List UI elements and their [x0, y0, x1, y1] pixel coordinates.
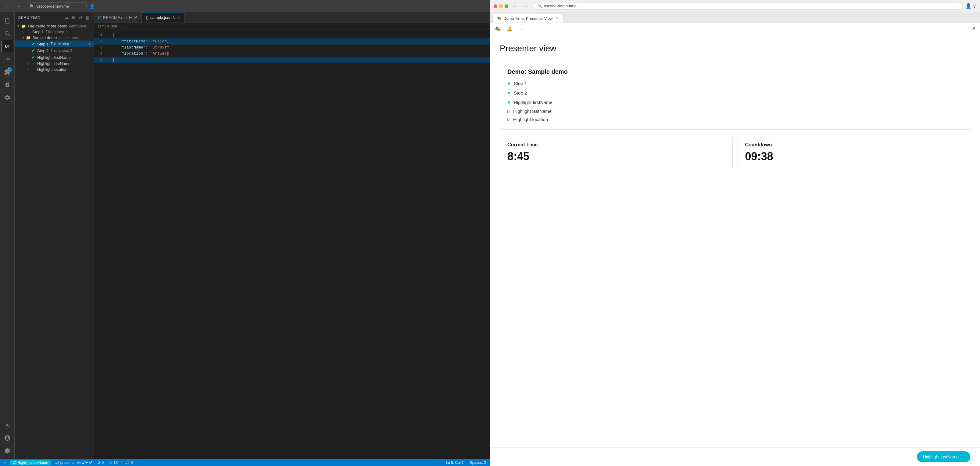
sidebar-icon-monitor[interactable]: 🖥 [71, 14, 76, 21]
activity-demo-time[interactable]: DT [1, 40, 13, 52]
tree-item-step1[interactable]: ✔ Step 1 This is step 1 ↓ 👁 [14, 41, 94, 47]
tab-sample[interactable]: {} sample.json U × [142, 12, 185, 22]
tree-label: The demo of the demo [27, 24, 67, 29]
back-button[interactable]: ← [4, 3, 12, 10]
mute-icon-button[interactable]: 🔔 [505, 25, 514, 33]
window-maximize-dot[interactable] [504, 4, 508, 8]
tree-label: Step 1 [37, 42, 49, 46]
tree-item-step1-root[interactable]: ▷ Step 1 This is step 1 [14, 29, 94, 35]
status-position[interactable]: Ln 5, Col 1 [445, 461, 465, 465]
browser-back-button[interactable]: ← [511, 3, 519, 10]
code-line-3: 3 "lastName": "Struyf", [94, 45, 490, 51]
status-bar: × 🏷 Highlight lastName ⎇ presenter-view*… [0, 459, 490, 466]
activity-settings[interactable] [1, 92, 13, 104]
presenter-title: Presenter view [500, 44, 970, 53]
tree-item-highlight-lastname[interactable]: ▷ Highlight lastName [14, 61, 94, 67]
tree-meta: demo.json [69, 24, 86, 29]
step-label: Highlight location [513, 117, 548, 122]
status-bar-right: Ln 5, Col 1 Spaces: 2 [445, 461, 487, 465]
next-step-button[interactable]: Highlight lastName → [917, 452, 970, 462]
presenter-content: Presenter view Demo: Sample demo ● Step … [490, 35, 980, 447]
next-icon-button[interactable]: → [517, 25, 524, 33]
browser-search-bar[interactable]: 🔍 vscode-demo-time [533, 2, 963, 10]
preview-button[interactable]: 👁 [87, 41, 92, 46]
tree-item-highlight-firstname[interactable]: ✔ Highlight firstName [14, 54, 94, 61]
activity-fm[interactable]: FM [1, 53, 13, 65]
branch-label: presenter-view*+ [60, 461, 88, 465]
window-close-dot[interactable] [494, 4, 497, 8]
activity-font[interactable]: A [1, 419, 13, 431]
tree-item-highlight-location[interactable]: ▷ Highlight location [14, 67, 94, 72]
tree-label: Highlight location [37, 67, 67, 72]
line-content: "location": "Antwerp" [106, 51, 490, 57]
presenter-icon-button[interactable]: 🎭 [494, 25, 502, 33]
activity-account[interactable] [1, 432, 13, 444]
tree-meta: This is step 1 [51, 42, 72, 46]
folder-icon: 📁 [21, 24, 26, 29]
breadcrumb-node: ... [121, 24, 124, 29]
step-list: ● Step 1 ● Step 2 ● Highlight firstName … [508, 80, 963, 122]
editor-tabs: M README.md 9+ M {} sample.json U × [94, 12, 490, 23]
browser-secondary-toolbar: 🎭 🔔 → ↺ [490, 23, 980, 35]
code-line-2: 2 "firstName": "Elio", [94, 38, 490, 45]
tree-item-demo-root[interactable]: ▼ 📁 The demo of the demo demo.json [14, 23, 94, 29]
browser-tab-presenter[interactable]: 🎭 Demo Time: Presenter View × [492, 14, 563, 22]
tab-icon-json: {} [146, 16, 148, 20]
highlight-badge[interactable]: 🏷 Highlight lastName [10, 460, 51, 465]
activity-bar: DT FM A [0, 12, 14, 459]
status-branch[interactable]: ⎇ presenter-view*+ ↺ [54, 461, 93, 465]
tree-item-sample-demo[interactable]: ▼ 📁 Sample demo sample.json [14, 35, 94, 41]
check-icon: ✔ [30, 55, 36, 60]
move-down-button[interactable]: ↓ [82, 41, 86, 46]
countdown-value: 09:38 [745, 150, 963, 163]
check-icon: ✔ [30, 48, 36, 53]
close-icon[interactable]: × [177, 15, 180, 20]
line-number: 1 [94, 32, 106, 38]
sidebar-icon-refresh[interactable]: ↺ [78, 14, 83, 21]
activity-search[interactable] [1, 27, 13, 40]
code-line-4: 4 "location": "Antwerp" [94, 51, 490, 57]
vscode-account-button[interactable]: 👤 [89, 3, 95, 9]
status-info[interactable]: 🔊 0 [124, 461, 134, 465]
sidebar-icon-layout[interactable]: ⇄ [64, 14, 69, 21]
vscode-search-bar[interactable]: 🔍 vscode-demo-time [25, 2, 87, 10]
code-line-5: 5 } [94, 57, 490, 63]
tree-label: Highlight lastName [37, 61, 70, 66]
browser-account-button[interactable]: 👤 ∨ [966, 3, 976, 9]
tree-item-step2[interactable]: ✔ Step 2 This is step 2 [14, 47, 94, 54]
highlight-icon: 🏷 [13, 461, 16, 465]
sidebar-title: DEMO TIME [18, 16, 40, 19]
sidebar-icon-more[interactable]: ▦ [85, 14, 90, 21]
list-item-highlight-location: ▷ Highlight location [508, 117, 963, 122]
branch-icon: ⎇ [55, 461, 59, 465]
activity-extensions[interactable] [1, 66, 13, 78]
tab-close-icon[interactable]: × [556, 16, 558, 21]
browser-forward-button[interactable]: → [522, 3, 530, 10]
status-warnings[interactable]: ⚠ 134 [108, 461, 121, 465]
list-item-highlight-firstname: ● Highlight firstName [508, 99, 963, 105]
browser-refresh-button[interactable]: ↺ [970, 25, 976, 33]
activity-explorer[interactable] [1, 14, 13, 27]
status-close[interactable]: × [2, 461, 7, 465]
tab-favicon-icon: 🎭 [497, 16, 501, 21]
breadcrumb-file: sample.json [97, 24, 117, 29]
folder-icon: 📁 [25, 35, 31, 40]
code-editor[interactable]: 1 { 2 "firstName": "Elio", 3 "lastName":… [94, 30, 490, 459]
forward-button[interactable]: → [14, 3, 23, 10]
step-label: Highlight lastName [513, 108, 552, 114]
window-minimize-dot[interactable] [499, 4, 503, 8]
status-spaces[interactable]: Spaces: 2 [469, 461, 487, 465]
demo-card: Demo: Sample demo ● Step 1 ● Step 2 ● Hi… [500, 61, 970, 130]
status-bar-left: × 🏷 Highlight lastName ⎇ presenter-view*… [2, 460, 134, 465]
line-number: 3 [94, 45, 106, 51]
tab-readme[interactable]: M README.md 9+ M [94, 12, 142, 22]
play-icon: ▷ [508, 118, 510, 122]
activity-manage[interactable] [1, 445, 13, 457]
tab-label: sample.json [150, 15, 171, 20]
tab-m-badge: M [134, 16, 137, 19]
activity-debug[interactable] [1, 79, 13, 91]
status-errors[interactable]: ⊘ 0 [96, 461, 105, 465]
tree-meta: This is step 1 [46, 30, 67, 34]
breadcrumb-sep: › [118, 24, 119, 29]
search-icon: 🔍 [30, 4, 35, 8]
